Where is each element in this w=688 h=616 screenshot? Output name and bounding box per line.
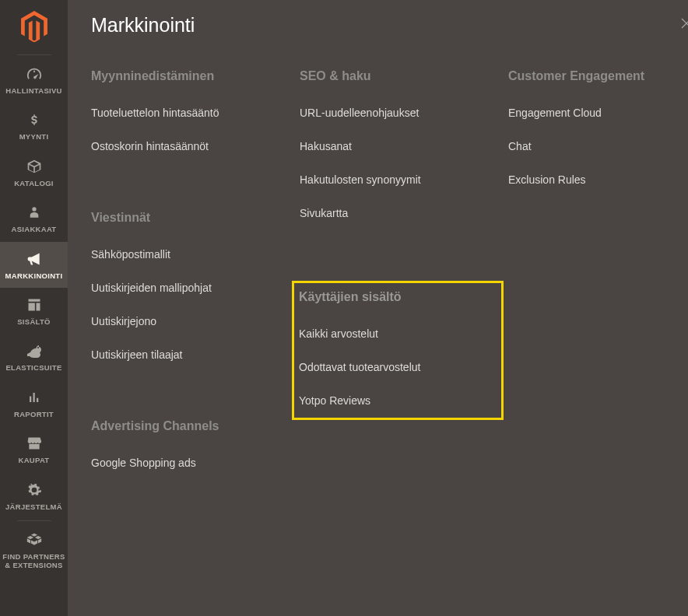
link-yotpo-reviews[interactable]: Yotpo Reviews [299,394,497,407]
link-catalog-price-rule[interactable]: Tuoteluettelon hintasääntö [91,107,300,119]
link-email-templates[interactable]: Sähköpostimallit [91,248,300,261]
link-all-reviews[interactable]: Kaikki arvostelut [299,327,497,340]
nav-label: ASIAKKAAT [12,225,57,233]
megaphone-icon [26,250,43,268]
panel-header: Markkinointi [68,0,688,57]
nav-dashboard[interactable]: HALLINTASIVU [0,57,68,103]
gauge-icon [26,65,43,82]
nav-divider [17,54,51,55]
link-sitemap[interactable]: Sivukartta [300,207,508,219]
nav-elasticsuite[interactable]: ELASTICSUITE [0,334,68,380]
layout-icon [26,296,42,313]
nav-label: HALLINTASIVU [5,86,62,95]
link-engagement-cloud[interactable]: Engagement Cloud [508,107,688,119]
section-title-seo: SEO & haku [300,69,508,83]
menu-column-1: Myynninedistäminen Tuoteluettelon hintas… [91,57,300,490]
nav-content[interactable]: SISÄLTÖ [0,288,68,334]
nav-label: ELASTICSUITE [5,363,61,372]
link-newsletter-templates[interactable]: Uutiskirjeiden mallipohjat [91,282,300,294]
nav-label: SISÄLTÖ [17,317,51,326]
nav-catalog[interactable]: KATALOGI [0,149,68,195]
section-title-promotions: Myynninedistäminen [91,69,300,83]
link-pending-reviews[interactable]: Odottavat tuotearvostelut [299,361,497,373]
nav-system[interactable]: JÄRJESTELMÄ [0,473,68,519]
flyout-panel: Markkinointi Myynninedistäminen Tuotelue… [68,0,688,616]
close-icon[interactable] [679,16,688,34]
section-title-user-content: Käyttäjien sisältö [299,290,497,304]
menu-columns: Myynninedistäminen Tuoteluettelon hintas… [68,57,688,490]
menu-column-3: Customer Engagement Engagement Cloud Cha… [508,57,688,490]
link-search-terms[interactable]: Hakusanat [300,140,508,152]
gear-icon [26,481,42,499]
link-chat[interactable]: Chat [508,140,688,152]
link-google-shopping[interactable]: Google Shopping ads [91,457,300,469]
section-title-communications: Viestinnät [91,211,300,225]
nav-divider [17,520,51,521]
link-url-rewrites[interactable]: URL-uudelleenohjaukset [300,107,508,119]
nav-label: FIND PARTNERS & EXTENSIONS [2,552,65,570]
nav-label: MYYNTI [19,132,49,141]
menu-column-2: SEO & haku URL-uudelleenohjaukset Hakusa… [300,57,508,490]
box-icon [26,158,42,175]
store-icon [26,435,43,452]
nav-customers[interactable]: ASIAKKAAT [0,195,68,241]
chart-icon [27,389,41,406]
nav-marketing[interactable]: MARKKINOINTI [0,242,68,288]
section-title-advertising: Advertising Channels [91,419,300,433]
nav-partners[interactable]: FIND PARTNERS & EXTENSIONS [0,523,68,578]
nav-stores[interactable]: KAUPAT [0,426,68,472]
link-newsletter-queue[interactable]: Uutiskirjejono [91,315,300,327]
link-search-synonyms[interactable]: Hakutulosten synonyymit [300,173,508,186]
admin-sidebar: HALLINTASIVU MYYNTI KATALOGI ASIAKKAAT M… [0,0,68,616]
link-newsletter-subscribers[interactable]: Uutiskirjeen tilaajat [91,348,300,361]
nav-sales[interactable]: MYYNTI [0,103,68,149]
user-content-highlight: Käyttäjien sisältö Kaikki arvostelut Odo… [292,281,504,420]
person-icon [28,204,40,221]
rabbit-icon [25,342,44,359]
section-title-engagement: Customer Engagement [508,69,688,83]
boxes-icon [26,531,43,548]
nav-label: KATALOGI [14,179,54,187]
dollar-icon [27,111,41,128]
nav-label: KAUPAT [19,456,50,464]
panel-title: Markkinointi [91,14,195,37]
nav-label: RAPORTIT [14,410,54,418]
nav-label: JÄRJESTELMÄ [5,502,62,511]
nav-label: MARKKINOINTI [5,271,63,280]
nav-reports[interactable]: RAPORTIT [0,380,68,426]
link-exclusion-rules[interactable]: Exclusion Rules [508,173,688,186]
link-cart-price-rules[interactable]: Ostoskorin hintasäännöt [91,140,300,152]
magento-logo[interactable] [21,11,47,45]
